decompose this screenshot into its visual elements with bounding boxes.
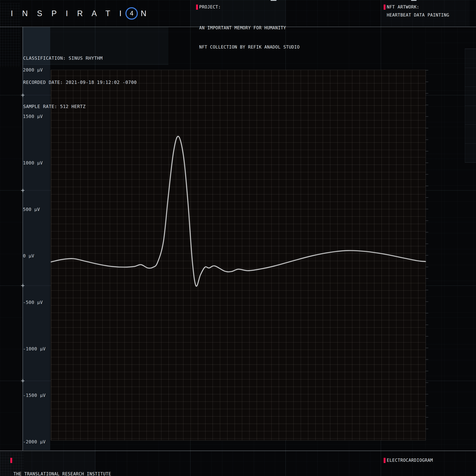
y-axis-label: 1000 μV (23, 160, 43, 166)
y-axis-label: 0 μV (23, 253, 34, 259)
project-description: AN IMPORTANT MEMORY FOR HUMANITY NFT COL… (199, 12, 300, 63)
sample-rate-text: SAMPLE RATE: 512 HERTZ (23, 102, 137, 111)
institute-line1: THE TRANSLATIONAL RESEARCH INSTITUTE (14, 471, 111, 476)
artwork-title: HEARTBEAT DATA PAINTING (387, 12, 449, 18)
footer-right-red-marker-icon (384, 458, 386, 463)
artwork-red-marker-icon (384, 4, 386, 10)
recording-metadata: CLASSIFICATION: SINUS RHYTHM RECORDED DA… (23, 38, 137, 127)
y-axis-label: -1000 μV (23, 346, 46, 352)
electrocardiogram-caption: ELECTROCARDIOGRAM (387, 457, 433, 464)
logo-circle-4-icon: 4 (125, 7, 138, 20)
plot-right-ruler-ticks (425, 70, 428, 440)
top-edge-tick (271, 0, 276, 1)
project-line2: NFT COLLECTION BY REFIK ANADOL STUDIO (199, 44, 300, 51)
y-axis-label: 500 μV (23, 207, 40, 212)
ecg-waveform-path (51, 136, 425, 286)
project-line1: AN IMPORTANT MEMORY FOR HUMANITY (199, 25, 300, 31)
top-edge-tick (411, 0, 416, 1)
y-axis-label: -2000 μV (23, 439, 46, 445)
footer-left-red-marker-icon (10, 458, 12, 463)
footer-divider (0, 451, 476, 451)
ecg-artwork-screen: 2000 μV1500 μV1000 μV500 μV0 μV-500 μV-1… (0, 0, 476, 476)
logo-text-right: N (141, 9, 147, 18)
y-axis-label: -1500 μV (23, 392, 46, 398)
logo-circled-digit: 4 (130, 10, 133, 17)
institute-credit: THE TRANSLATIONAL RESEARCH INSTITUTE FOR… (14, 457, 111, 476)
y-axis-label: -500 μV (23, 300, 43, 305)
recorded-date-text: RECORDED DATE: 2021-09-18 19:12:02 -0700 (23, 78, 137, 86)
inspiration4-logo: I N S P I R A T I 4 N (11, 0, 147, 27)
classification-text: CLASSIFICATION: SINUS RHYTHM (23, 54, 137, 62)
project-label: PROJECT: (199, 4, 221, 10)
y-axis-line (22, 27, 23, 451)
right-edge-blocks (465, 49, 476, 163)
project-red-marker-icon (196, 4, 198, 10)
artwork-label: NFT ARTWORK: (387, 4, 419, 10)
logo-text-left: I N S P I R A T I (11, 9, 125, 18)
